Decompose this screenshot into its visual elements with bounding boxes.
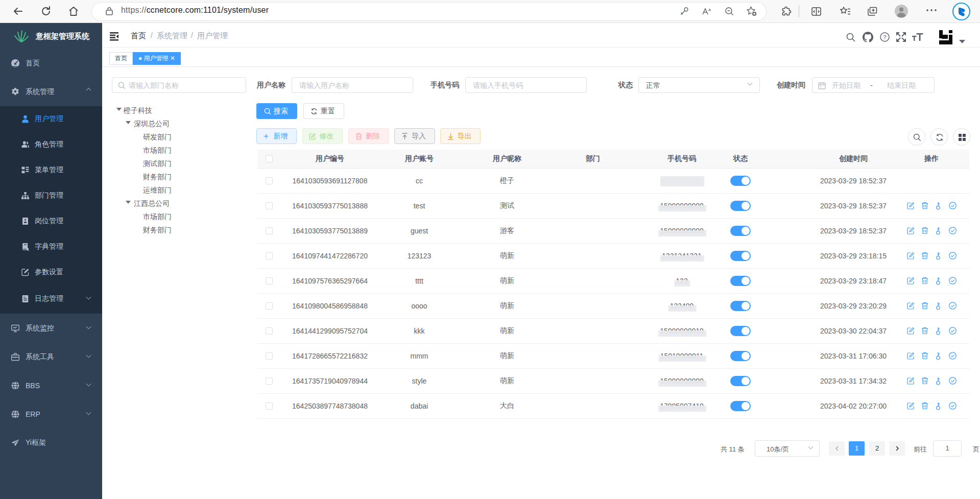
svg-text:?: ? (883, 34, 886, 40)
